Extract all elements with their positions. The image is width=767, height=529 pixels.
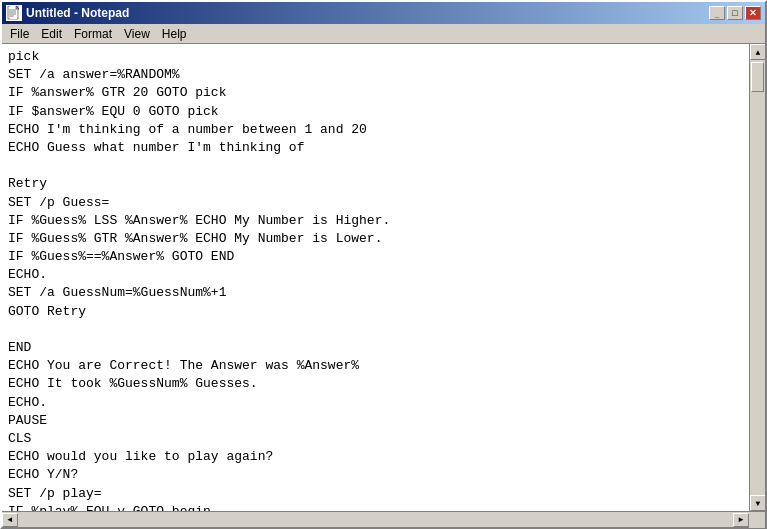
text-editor[interactable] <box>2 44 749 511</box>
menu-edit[interactable]: Edit <box>35 25 68 43</box>
scroll-down-button[interactable]: ▼ <box>750 495 765 511</box>
scroll-left-button[interactable]: ◄ <box>2 513 18 527</box>
app-icon <box>6 5 22 21</box>
scroll-up-button[interactable]: ▲ <box>750 44 765 60</box>
window-title: Untitled - Notepad <box>26 6 129 20</box>
maximize-button[interactable]: □ <box>727 6 743 20</box>
close-button[interactable]: ✕ <box>745 6 761 20</box>
window-controls: _ □ ✕ <box>709 6 761 20</box>
menu-bar: File Edit Format View Help <box>2 24 765 44</box>
scroll-track-horizontal[interactable] <box>18 513 733 527</box>
title-bar-left: Untitled - Notepad <box>6 5 129 21</box>
menu-format[interactable]: Format <box>68 25 118 43</box>
notepad-window: Untitled - Notepad _ □ ✕ File Edit Forma… <box>0 0 767 529</box>
scroll-track-vertical[interactable] <box>750 60 765 495</box>
vertical-scrollbar: ▲ ▼ <box>749 44 765 511</box>
scroll-right-button[interactable]: ► <box>733 513 749 527</box>
bottom-bar: ◄ ► <box>2 511 765 527</box>
minimize-button[interactable]: _ <box>709 6 725 20</box>
menu-help[interactable]: Help <box>156 25 193 43</box>
resize-corner <box>749 512 765 528</box>
scroll-thumb-vertical[interactable] <box>751 62 764 92</box>
menu-file[interactable]: File <box>4 25 35 43</box>
menu-view[interactable]: View <box>118 25 156 43</box>
horizontal-scrollbar: ◄ ► <box>2 513 749 527</box>
title-bar: Untitled - Notepad _ □ ✕ <box>2 2 765 24</box>
editor-area: ▲ ▼ <box>2 44 765 511</box>
